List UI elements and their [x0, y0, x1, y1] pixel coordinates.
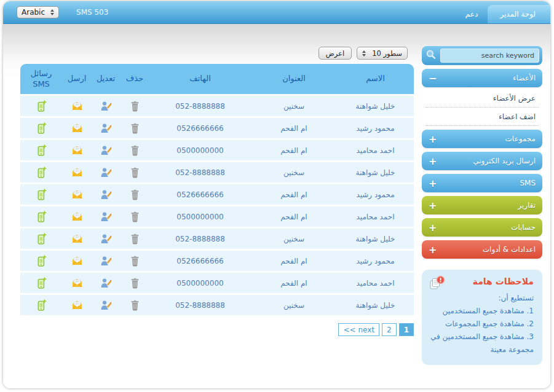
language-select-value: Arabic [22, 8, 45, 17]
sms-phone-plus-icon[interactable] [34, 122, 49, 135]
cell-phone: 0526666666 [149, 190, 251, 199]
send-envelope-icon[interactable] [69, 210, 84, 224]
tab-support[interactable]: دعم [456, 5, 488, 23]
cell-address: ام الفحم [251, 124, 337, 133]
delete-trash-icon[interactable] [127, 232, 142, 246]
pagination-page-1[interactable]: 1 [399, 323, 414, 336]
sms-phone-plus-icon[interactable] [34, 144, 49, 157]
expand-icon: + [429, 133, 437, 145]
table-row: خليل شواهنة سخنين 052-8888888 [20, 162, 414, 182]
tab-admin-panel[interactable]: لوحة المدير [488, 5, 550, 23]
search-input[interactable] [440, 49, 539, 63]
cell-name: احمد محاميد [337, 146, 414, 155]
column-header-delete: حذف [120, 74, 149, 84]
table-row: احمد محاميد ام الفحم 0500000000 [20, 206, 414, 227]
sms-phone-plus-icon[interactable] [34, 188, 49, 202]
delete-trash-icon[interactable] [127, 188, 142, 202]
cell-phone: 0526666666 [149, 257, 251, 265]
cell-address: سخنين [251, 168, 337, 177]
sidebar-section-3[interactable]: تقارير + [422, 196, 542, 214]
send-envelope-icon[interactable] [69, 232, 84, 246]
members-link-1[interactable]: اضف اعضاء [425, 108, 539, 126]
delete-trash-icon[interactable] [127, 299, 142, 312]
cell-name: احمد محاميد [337, 279, 414, 288]
send-envelope-icon[interactable] [69, 122, 84, 135]
send-envelope-icon[interactable] [69, 100, 84, 113]
sms-phone-plus-icon[interactable] [34, 232, 49, 246]
cell-name: خليل شواهنة [337, 102, 414, 111]
delete-trash-icon[interactable] [127, 166, 142, 179]
cell-address: ام الفحم [251, 279, 337, 288]
sidebar-section-5[interactable]: اعدادات & أدوات + [422, 240, 542, 259]
table-row: محمود رشيد ام الفحم 0526666666 [20, 251, 414, 271]
show-button[interactable]: اعرض [319, 47, 352, 60]
table-header: الاسم العنوان الهاتف حذف تعديل ارسل رسائ… [20, 64, 414, 94]
delete-trash-icon[interactable] [127, 122, 142, 135]
sidebar-section-1[interactable]: ارسال بريد الكتروني + [422, 152, 542, 170]
cell-address: ام الفحم [251, 213, 337, 221]
edit-user-pencil-icon[interactable] [98, 299, 113, 312]
app-window: Arabic SMS 503 دعم لوحة المدير سطور 10 ا… [3, 1, 550, 388]
send-envelope-icon[interactable] [69, 166, 84, 179]
notes-lead: تستطيع أن: [430, 292, 534, 305]
edit-user-pencil-icon[interactable] [98, 166, 113, 179]
sms-phone-plus-icon[interactable] [34, 166, 49, 179]
table-row: خليل شواهنة سخنين 052-8888888 [20, 229, 414, 249]
delete-trash-icon[interactable] [127, 210, 142, 224]
notes-list: 1. مشاهدة جميع المستخدمين2. مشاهدة جميع … [430, 305, 534, 356]
sidebar-section-members[interactable]: الأعضاء − [422, 69, 542, 87]
expand-icon: + [429, 244, 437, 256]
sms-phone-plus-icon[interactable] [34, 254, 49, 268]
cell-phone: 0500000000 [149, 279, 251, 288]
send-envelope-icon[interactable] [69, 299, 84, 312]
cell-name: محمود رشيد [337, 257, 414, 265]
delete-trash-icon[interactable] [127, 276, 142, 290]
search-icon [425, 49, 437, 63]
pagination-next-button[interactable]: << next [338, 323, 379, 336]
column-header-send: ارسل [62, 74, 92, 84]
send-envelope-icon[interactable] [69, 276, 84, 290]
cell-phone: 0526666666 [149, 124, 251, 133]
sms-phone-plus-icon[interactable] [34, 299, 49, 312]
language-select[interactable]: Arabic [17, 6, 59, 18]
rows-per-page-value: سطور 10 [372, 49, 402, 58]
members-link-0[interactable]: عرض الأعضاء [425, 89, 539, 108]
cell-phone: 0500000000 [149, 146, 251, 155]
sms-phone-plus-icon[interactable] [34, 210, 49, 224]
rows-per-page-select[interactable]: سطور 10 [357, 47, 408, 60]
column-header-phone: الهاتف [149, 74, 251, 84]
note-item: 1. مشاهدة جميع المستخدمين [430, 305, 534, 318]
cell-name: خليل شواهنة [337, 168, 414, 177]
pagination-page-2[interactable]: 2 [382, 323, 397, 336]
important-note-icon [428, 275, 445, 295]
edit-user-pencil-icon[interactable] [98, 276, 113, 290]
sidebar-section-label: مجموعات [505, 135, 536, 143]
sidebar-section-label: اعدادات & أدوات [483, 245, 536, 254]
sms-phone-plus-icon[interactable] [34, 100, 49, 113]
edit-user-pencil-icon[interactable] [98, 210, 113, 224]
delete-trash-icon[interactable] [127, 100, 142, 113]
sms-phone-plus-icon[interactable] [34, 276, 49, 290]
edit-user-pencil-icon[interactable] [98, 188, 113, 202]
delete-trash-icon[interactable] [127, 144, 142, 157]
cell-name: خليل شواهنة [337, 301, 414, 310]
edit-user-pencil-icon[interactable] [98, 144, 113, 157]
edit-user-pencil-icon[interactable] [98, 232, 113, 246]
edit-user-pencil-icon[interactable] [98, 254, 113, 268]
edit-user-pencil-icon[interactable] [98, 122, 113, 135]
sidebar-section-2[interactable]: SMS + [422, 174, 542, 192]
sidebar-section-4[interactable]: حسابات + [422, 218, 542, 237]
edit-user-pencil-icon[interactable] [98, 100, 113, 113]
collapse-icon: − [429, 73, 437, 84]
app-title: SMS 503 [76, 8, 108, 17]
delete-trash-icon[interactable] [127, 254, 142, 268]
cell-phone: 052-8888888 [149, 235, 251, 243]
cell-address: ام الفحم [251, 257, 337, 265]
cell-address: ام الفحم [251, 146, 337, 155]
send-envelope-icon[interactable] [69, 188, 84, 202]
send-envelope-icon[interactable] [69, 254, 84, 268]
send-envelope-icon[interactable] [69, 144, 84, 157]
sidebar-section-0[interactable]: مجموعات + [422, 130, 542, 148]
main-panel: سطور 10 اعرض الاسم العنوان الهاتف حذف تع… [20, 24, 414, 336]
table-row: خليل شواهنة سخنين 052-8888888 [20, 295, 414, 315]
